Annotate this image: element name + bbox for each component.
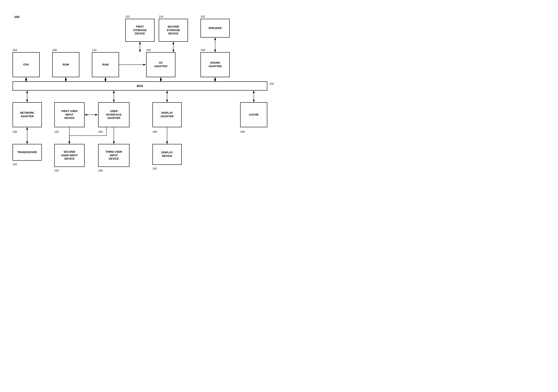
figure-label: 100 <box>14 15 19 18</box>
second-storage-box: SECONDSTORAGEDEVICE <box>159 19 188 42</box>
speaker-ref: 132 <box>201 15 205 18</box>
second-user-input-box: SECONDUSER INPUTDEVICE <box>54 144 85 167</box>
rom-ref: 108 <box>52 48 57 51</box>
speaker-box: SPEAKER <box>201 19 230 38</box>
cache-ref: 106 <box>240 130 245 133</box>
display-adapter-box: DISPLAYADAPTER <box>152 102 182 127</box>
transceiver-ref: 142 <box>13 163 17 166</box>
rom-box: ROM <box>52 52 79 77</box>
cache-box: CACHE <box>240 102 267 127</box>
ram-ref: 110 <box>92 48 96 51</box>
bus-ref: 102 <box>269 82 274 85</box>
diagram: 100 BUS 102 CPU 104 ROM 108 RAM 110 I/OA… <box>0 0 279 196</box>
transceiver-box: TRANSCEIVER <box>13 144 42 161</box>
second-storage-ref: 124 <box>159 15 163 18</box>
second-user-input-ref: 154 <box>54 169 59 172</box>
sound-adapter-box: SOUNDADAPTER <box>201 52 230 77</box>
io-adapter-box: I/OADAPTER <box>146 52 175 77</box>
ram-box: RAM <box>92 52 119 77</box>
first-user-input-ref: 152 <box>54 130 59 133</box>
display-device-ref: 162 <box>152 167 157 170</box>
network-adapter-ref: 140 <box>13 130 17 133</box>
first-user-input-box: FIRST USERINPUTDEVICE <box>54 102 85 127</box>
sound-adapter-ref: 130 <box>201 48 205 51</box>
cpu-ref: 104 <box>13 48 17 51</box>
io-adapter-ref: 120 <box>146 48 151 51</box>
user-interface-adapter-box: USERINTERFACEADAPTER <box>98 102 130 127</box>
cpu-box: CPU <box>13 52 40 77</box>
first-storage-box: FIRSTSTORAGEDEVICE <box>125 19 155 42</box>
network-adapter-box: NETWORKADAPTER <box>13 102 42 127</box>
bus-box: BUS <box>13 81 267 91</box>
first-storage-ref: 122 <box>125 15 130 18</box>
third-user-input-box: THIRD USERINPUTDEVICE <box>98 144 130 167</box>
display-adapter-ref: 160 <box>152 130 157 133</box>
display-device-box: DISPLAYDEVICE <box>152 144 182 165</box>
user-interface-adapter-ref: 150 <box>98 130 103 133</box>
third-user-input-ref: 156 <box>98 169 103 172</box>
